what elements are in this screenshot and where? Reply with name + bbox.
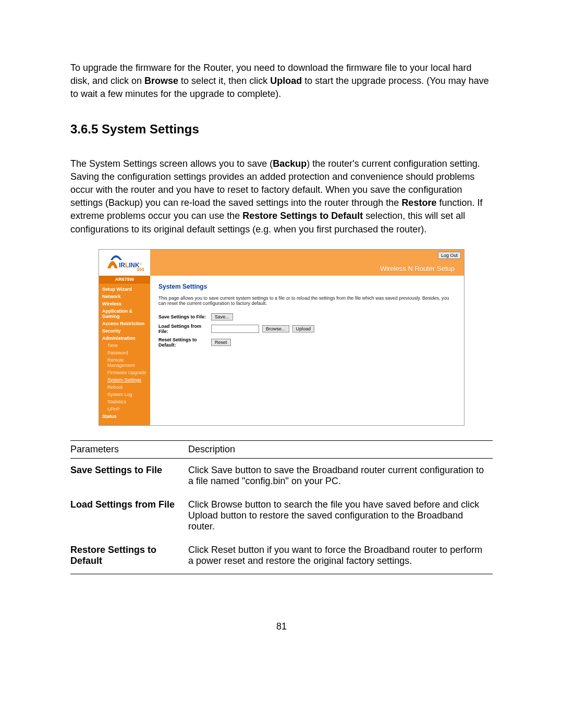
upload-button[interactable]: Upload [292,325,315,332]
nav-sub-upnp[interactable]: UPnP [102,405,147,413]
intro-paragraph: To upgrade the firmware for the Router, … [70,61,493,101]
col-parameters: Parameters [70,440,188,458]
nav-security[interactable]: Security [102,327,147,335]
nav-sub-system-log[interactable]: System Log [102,391,147,398]
nav-sub-statistics[interactable]: Statistics [102,398,147,405]
sidebar: AR675W Setup Wizard Network Wireless App… [99,276,150,425]
logout-button[interactable]: Log Out [438,252,461,259]
nav-setup-wizard[interactable]: Setup Wizard [102,286,147,293]
intro-mid1: to select it, then click [178,76,270,86]
section-body: The System Settings screen allows you to… [70,157,493,236]
row-reset: Reset Settings to Default: Reset [158,337,456,348]
parameters-table: Parameters Description Save Settings to … [70,440,493,574]
param-restore-name: Restore Settings to Default [70,538,188,574]
model-label: AR675W [99,276,150,283]
nav-wireless[interactable]: Wireless [102,300,147,307]
content-pane: System Settings This page allows you to … [150,276,464,425]
reset-button[interactable]: Reset [211,339,231,346]
content-description: This page allows you to save current sys… [158,295,450,306]
reset-label: Reset Settings to Default: [158,337,208,348]
nav-sub-time[interactable]: Time [102,342,147,349]
logo-cell: IR L INK ® 101 [99,250,150,276]
save-label: Save Settings to File: [158,314,208,319]
section-heading: 3.6.5 System Settings [70,122,493,137]
col-description: Description [188,440,493,458]
router-setup-title: Wireless N Router Setup [380,265,455,273]
nav-app-gaming[interactable]: Application & Gaming [102,307,147,320]
row-save: Save Settings to File: Save... [158,313,456,320]
nav-sub-firmware-upgrade[interactable]: Firmware Upgrade [102,369,147,376]
nav-sub-password[interactable]: Password [102,349,147,356]
nav-status[interactable]: Status [102,413,147,420]
param-save-desc: Click Save button to save the Broadband … [188,458,493,493]
nav-access-restriction[interactable]: Access Restriction [102,320,147,327]
sb-b1: Backup [273,158,307,169]
router-screenshot: IR L INK ® 101 Log Out Wireless N Router… [99,249,464,426]
screenshot-header: IR L INK ® 101 Log Out Wireless N Router… [99,250,464,276]
row-load: Load Settings from File: Browse... Uploa… [158,324,456,334]
svg-text:®: ® [140,263,142,266]
sb-a: The System Settings screen allows you to… [70,158,273,169]
save-button[interactable]: Save... [211,313,233,320]
nav-network[interactable]: Network [102,293,147,300]
nav-administration[interactable]: Administration [102,335,147,342]
browse-button[interactable]: Browse... [262,325,289,332]
param-load-name: Load Settings from File [70,493,188,538]
airlink-logo-icon: IR L INK ® 101 [104,253,149,273]
intro-bold-upload: Upload [270,76,302,86]
svg-text:IR: IR [119,262,125,269]
nav-sub-system-settings[interactable]: System Settings [102,376,147,384]
content-heading: System Settings [158,283,456,290]
load-label: Load Settings from File: [158,324,208,334]
param-save-name: Save Settings to File [70,458,188,493]
svg-text:101: 101 [137,267,144,272]
param-restore-desc: Click Reset button if you want to force … [188,538,493,574]
param-load-desc: Click Browse button to search the file y… [188,493,493,538]
nav-sub-remote-management[interactable]: Remote Management [102,356,147,369]
file-path-input[interactable] [211,325,259,333]
nav-sub-reboot[interactable]: Reboot [102,384,147,391]
sb-b3: Restore Settings to Default [242,211,363,221]
sb-b2: Restore [401,198,436,208]
intro-bold-browse: Browse [144,76,178,86]
page-number: 81 [70,621,493,632]
